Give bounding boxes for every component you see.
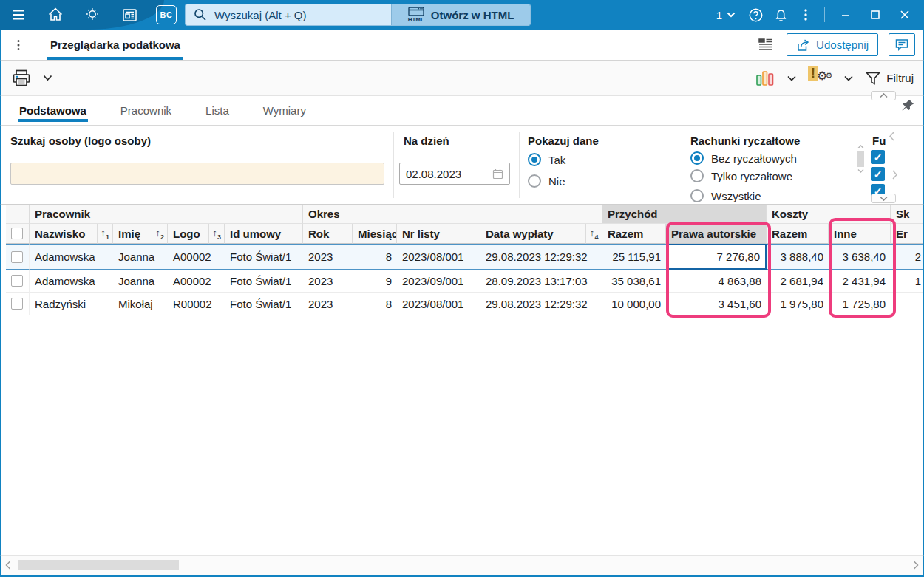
collapse-toolbar-grip[interactable] (871, 91, 896, 100)
horizontal-scrollbar[interactable] (0, 555, 924, 575)
collapse-filter-grip[interactable] (871, 194, 896, 203)
close-button[interactable] (890, 2, 920, 27)
sort-indicator[interactable]: ↑1 (98, 224, 113, 244)
home-icon[interactable] (43, 2, 68, 27)
cell-id_umowy[interactable]: Foto Świat/1 (225, 244, 303, 270)
sort-indicator[interactable]: ↑4 (586, 224, 602, 244)
date-input[interactable]: 02.08.2023 (399, 163, 510, 185)
checkbox-unchecked[interactable] (11, 298, 23, 310)
cell-er[interactable]: 2 (891, 244, 924, 270)
chart-icon[interactable] (755, 66, 775, 91)
details-panel-icon[interactable] (755, 33, 776, 58)
radio-nie[interactable]: Nie (528, 174, 565, 188)
notifications-bell-icon[interactable] (768, 2, 793, 27)
column-header-logo[interactable]: Logo (168, 224, 209, 244)
tab-options-kebab-icon[interactable] (7, 34, 30, 56)
open-in-html-button[interactable]: HTML Otwórz w HTML (391, 4, 530, 25)
cell-przychod_razem[interactable]: 35 038,61 (602, 270, 666, 293)
radio-bez-ryczaltowych[interactable]: Bez ryczałtowych (690, 151, 797, 165)
sort-indicator[interactable]: ↑2 (152, 224, 168, 244)
cell-er[interactable]: 1 (891, 270, 924, 293)
scroll-left-hint-icon[interactable] (889, 132, 895, 141)
cell-id_umowy[interactable]: Foto Świat/1 (225, 270, 303, 293)
print-icon[interactable] (10, 66, 33, 91)
cell-id_umowy[interactable]: Foto Świat/1 (225, 293, 303, 315)
cell-data_wyplaty[interactable]: 29.08.2023 12:29:32 (480, 293, 602, 315)
news-icon[interactable] (117, 2, 142, 27)
cell-nazwisko[interactable]: Adamowska (30, 244, 113, 270)
cell-er[interactable] (891, 293, 924, 315)
warning-settings-icon[interactable]: ! ⚙⚙ (808, 66, 833, 91)
instance-count-dropdown[interactable]: 1 (709, 9, 743, 21)
cell-nazwisko[interactable]: Adamowska (30, 270, 113, 293)
cell-inne[interactable]: 3 638,40 (829, 244, 891, 270)
cell-koszty_razem[interactable]: 1 975,80 (767, 293, 829, 315)
tab-pracownik[interactable]: Pracownik (119, 96, 173, 125)
print-dropdown-chevron-icon[interactable] (37, 66, 58, 91)
column-header-nazwisko[interactable]: Nazwisko (30, 224, 98, 244)
chart-dropdown-chevron-icon[interactable] (781, 66, 802, 91)
column-header-rok[interactable]: Rok (303, 224, 353, 244)
help-icon[interactable] (743, 2, 768, 27)
search-person-input[interactable] (10, 163, 384, 185)
selected-cell-prawa_autorskie[interactable]: 7 276,80 (666, 244, 767, 270)
maximize-button[interactable] (860, 2, 890, 27)
select-all-checkbox[interactable] (6, 224, 30, 244)
cell-rok[interactable]: 2023 (303, 293, 353, 315)
cell-nr_listy[interactable]: 2023/08/001 (397, 293, 480, 315)
radio-wszystkie[interactable]: Wszystkie (690, 189, 761, 202)
search-input[interactable] (214, 9, 384, 21)
cell-inne[interactable]: 2 431,94 (829, 270, 891, 293)
scroll-left-arrow-icon[interactable] (1, 556, 15, 575)
cell-miesiac[interactable]: 8 (353, 293, 397, 315)
cell-koszty_razem[interactable]: 2 681,94 (767, 270, 829, 293)
cell-logo[interactable]: A00002 (168, 244, 225, 270)
hamburger-menu-icon[interactable] (6, 2, 31, 27)
pin-icon[interactable] (900, 99, 915, 114)
tab-wymiary[interactable]: Wymiary (262, 96, 308, 125)
checkbox-unchecked[interactable] (11, 275, 23, 287)
cell-imie[interactable]: Joanna (113, 270, 168, 293)
cell-miesiac[interactable]: 8 (353, 244, 397, 270)
column-header-er[interactable]: Er (891, 224, 924, 244)
cell-data_wyplaty[interactable]: 29.08.2023 12:29:32 (480, 244, 602, 270)
sort-indicator[interactable]: ↑3 (209, 224, 225, 244)
cell-imie[interactable]: Mikołaj (113, 293, 168, 315)
cell-prawa_autorskie[interactable]: 3 451,60 (666, 293, 767, 315)
column-header-koszty_razem[interactable]: Razem (767, 224, 829, 244)
cell-miesiac[interactable]: 9 (353, 270, 397, 293)
column-header-data_wyplaty[interactable]: Data wypłaty (480, 224, 586, 244)
column-header-id_umowy[interactable]: Id umowy (225, 224, 303, 244)
column-header-przychod_razem[interactable]: Razem (602, 224, 666, 244)
comment-button[interactable] (889, 33, 915, 56)
checkbox-unchecked[interactable] (11, 228, 23, 239)
cell-inne[interactable]: 1 725,80 (829, 293, 891, 315)
column-header-miesiac[interactable]: Miesiąc (353, 224, 397, 244)
filter-vscrollbar[interactable] (856, 145, 866, 197)
radio-tak[interactable]: Tak (528, 153, 565, 166)
tab-podstawowa[interactable]: Podstawowa (18, 96, 88, 125)
column-header-inne[interactable]: Inne (829, 224, 891, 244)
tab-przegladarka-podatkowa[interactable]: Przeglądarka podatkowa (47, 30, 183, 60)
minimize-button[interactable] (831, 2, 860, 27)
row-select-checkbox[interactable] (6, 293, 30, 315)
row-select-checkbox[interactable] (6, 270, 30, 293)
column-header-nr_listy[interactable]: Nr listy (397, 224, 480, 244)
column-header-imie[interactable]: Imię (113, 224, 152, 244)
settings-dropdown-chevron-icon[interactable] (838, 66, 859, 91)
kebab-menu-icon[interactable] (793, 2, 818, 27)
cell-rok[interactable]: 2023 (303, 270, 353, 293)
cell-przychod_razem[interactable]: 25 115,91 (602, 244, 666, 270)
filter-button[interactable]: Filtruj (865, 71, 914, 86)
cell-prawa_autorskie[interactable]: 4 863,88 (666, 270, 767, 293)
checkbox-unchecked[interactable] (11, 251, 23, 263)
cell-przychod_razem[interactable]: 10 000,00 (602, 293, 666, 315)
hscroll-thumb[interactable] (18, 560, 179, 570)
tab-lista[interactable]: Lista (204, 96, 231, 125)
column-header-prawa_autorskie[interactable]: Prawa autorskie (666, 224, 767, 244)
share-button[interactable]: Udostępnij (787, 33, 878, 56)
global-search[interactable] (186, 4, 391, 25)
bc-app-icon[interactable]: BC (154, 2, 179, 27)
cell-koszty_razem[interactable]: 3 888,40 (767, 244, 829, 270)
cell-nazwisko[interactable]: Radzyński (30, 293, 113, 315)
